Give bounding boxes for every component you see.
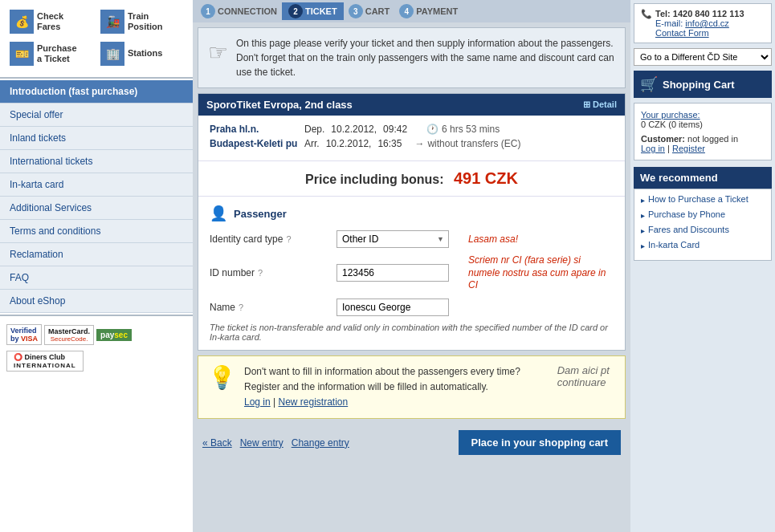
recommend-label: In-karta Card	[648, 240, 700, 250]
id-type-label: Identity card type ?	[210, 234, 330, 245]
step-3-circle: 3	[349, 4, 363, 18]
id-type-annotation: Lasam asa!	[468, 234, 518, 245]
sidebar-item-stations[interactable]: 🏢 Stations	[97, 39, 186, 69]
recommend-label: Fares and Discounts	[648, 225, 729, 234]
id-type-row: Identity card type ? Other ID Passport I…	[210, 230, 614, 248]
recommend-item-fares[interactable]: ▸ Fares and Discounts	[641, 225, 765, 235]
sidebar-item-inland-tickets[interactable]: Inland tickets	[0, 127, 193, 150]
id-number-control	[337, 264, 449, 282]
login-link-right[interactable]: Log in	[641, 144, 665, 153]
register-text: Don't want to fill in information about …	[244, 364, 536, 411]
step-4-circle: 4	[399, 4, 414, 18]
step-3[interactable]: 3 CART	[344, 2, 395, 20]
check-fares-label: CheckFares	[37, 11, 63, 32]
sidebar-item-train-position[interactable]: 🚂 TrainPosition	[97, 6, 186, 37]
recommend-label: How to Purchase a Ticket	[648, 194, 748, 204]
step-4[interactable]: 4 PAYMENT	[394, 2, 463, 20]
dep-date: 10.2.2012,	[331, 124, 377, 135]
sidebar-item-in-karta-card[interactable]: In-karta card	[0, 173, 193, 197]
id-number-help-icon[interactable]: ?	[258, 268, 263, 278]
sidebar-item-reclamation[interactable]: Reclamation	[0, 243, 193, 266]
sidebar-item-additional-services[interactable]: Additional Services	[0, 197, 193, 220]
step-1-circle: 1	[201, 4, 215, 18]
ticket-title: SporoTiket Evropa, 2nd class	[206, 99, 353, 111]
recommend-item-inkarta[interactable]: ▸ In-karta Card	[641, 240, 765, 250]
contact-form-link[interactable]: Contact Form	[655, 28, 709, 38]
price-row: Price including bonus: 491 CZK	[198, 161, 625, 197]
sidebar-menu: Introduction (fast purchase) Special off…	[0, 80, 193, 313]
recommend-item-how-to[interactable]: ▸ How to Purchase a Ticket	[641, 194, 765, 205]
id-number-label: ID number ?	[210, 267, 330, 278]
your-purchase-box: Your purchase: 0 CZK (0 items) Customer:…	[634, 103, 772, 160]
info-text: On this page please verify your ticket a…	[236, 36, 615, 79]
email-link[interactable]: info@cd.cz	[685, 18, 729, 28]
right-sidebar: 📞 Tel: 1420 840 112 113 E-mail: info@cd.…	[630, 0, 775, 532]
lightbulb-icon: 💡	[208, 364, 236, 391]
train-position-icon: 🚂	[100, 10, 124, 34]
price-value: 491 CZK	[454, 169, 518, 187]
your-purchase-link[interactable]: Your purchase:	[641, 110, 700, 120]
route-from-label: Praha hl.n.	[210, 124, 298, 135]
step-2[interactable]: 2 TICKET	[282, 2, 344, 20]
phone-number: Tel: 1420 840 112 113	[655, 9, 744, 18]
customer-row: Customer: not logged in Log in | Registe…	[641, 134, 765, 153]
name-help-icon[interactable]: ?	[239, 303, 243, 312]
step-2-circle: 2	[288, 4, 303, 18]
route-duration: 🕐 6 hrs 53 mins	[426, 124, 500, 135]
sidebar-item-about-eshop[interactable]: About eShop	[0, 290, 193, 313]
login-link[interactable]: Log in	[244, 396, 271, 408]
sidebar-item-terms-conditions[interactable]: Terms and conditions	[0, 220, 193, 243]
new-entry-link[interactable]: New entry	[240, 437, 283, 449]
contact-box: 📞 Tel: 1420 840 112 113 E-mail: info@cd.…	[634, 3, 772, 43]
ticket-detail-link[interactable]: ⊞ Detail	[583, 99, 617, 110]
passenger-icon: 👤	[210, 205, 227, 222]
back-link[interactable]: « Back	[202, 437, 232, 449]
dep-time: 09:42	[383, 124, 407, 135]
sidebar-item-check-fares[interactable]: 💰 CheckFares	[6, 6, 96, 37]
sidebar-item-faq[interactable]: FAQ	[0, 266, 193, 290]
recommend-list: ▸ How to Purchase a Ticket ▸ Purchase by…	[634, 189, 772, 261]
passenger-section: 👤 Passenger Identity card type ? Other I…	[198, 197, 625, 350]
place-in-cart-button[interactable]: Place in your shopping cart	[459, 430, 621, 455]
dep-label: Dep.	[304, 124, 324, 135]
recommend-label: Purchase by Phone	[648, 209, 725, 219]
transfer-info: → without transfers (EC)	[414, 138, 520, 149]
stations-icon: 🏢	[100, 42, 124, 66]
id-number-annotation: Scriem nr CI (fara serie) si numele nost…	[468, 254, 613, 292]
cart-icon: 🛒	[640, 75, 658, 93]
change-entry-link[interactable]: Change entry	[292, 437, 349, 449]
sidebar-icons: 💰 CheckFares 🚂 TrainPosition 🎫 Purchasea…	[3, 3, 190, 72]
diners-club-badge: ⭕ Diners ClubINTERNATIONAL	[6, 351, 84, 372]
bullet-icon: ▸	[641, 226, 645, 235]
arr-date: 10.2.2012,	[326, 138, 372, 149]
arr-label: Arr.	[304, 138, 320, 149]
id-number-input[interactable]	[337, 264, 449, 282]
step-1-label: CONNECTION	[218, 6, 277, 16]
step-3-label: CART	[365, 6, 390, 16]
step-1[interactable]: 1 CONNECTION	[196, 2, 282, 20]
we-recommend-header: We recommend	[634, 167, 772, 189]
sidebar-item-international-tickets[interactable]: International tickets	[0, 150, 193, 173]
recommend-item-phone[interactable]: ▸ Purchase by Phone	[641, 209, 765, 220]
go-to-site-select[interactable]: Go to a Different ČD Site Main site Carg…	[634, 48, 772, 66]
name-row: Name ?	[210, 298, 614, 316]
new-registration-link[interactable]: New registration	[279, 396, 349, 408]
train-position-label: TrainPosition	[128, 11, 162, 32]
id-type-control: Other ID Passport ID Card	[337, 230, 449, 248]
clock-icon: 🕐	[426, 124, 438, 135]
info-hand-icon: ☞	[208, 36, 228, 70]
arrow-right-icon: →	[414, 138, 424, 149]
id-type-select[interactable]: Other ID Passport ID Card	[337, 230, 449, 248]
customer-value: not logged in	[687, 134, 738, 144]
id-type-help-icon[interactable]: ?	[286, 234, 291, 244]
steps-bar: 1 CONNECTION 2 TICKET 3 CART 4 PAYMENT	[193, 0, 630, 22]
sidebar-item-special-offer[interactable]: Special offer	[0, 104, 193, 127]
register-link-right[interactable]: Register	[672, 144, 705, 153]
bullet-icon: ▸	[641, 196, 645, 205]
sidebar-item-purchase-ticket[interactable]: 🎫 Purchasea Ticket	[6, 39, 96, 69]
purchase-ticket-label: Purchasea Ticket	[37, 43, 77, 64]
sidebar-item-introduction[interactable]: Introduction (fast purchase)	[0, 80, 193, 104]
purchase-ticket-icon: 🎫	[10, 42, 34, 66]
id-number-row: ID number ? Scriem nr CI (fara serie) si…	[210, 254, 614, 292]
name-input[interactable]	[337, 298, 449, 316]
